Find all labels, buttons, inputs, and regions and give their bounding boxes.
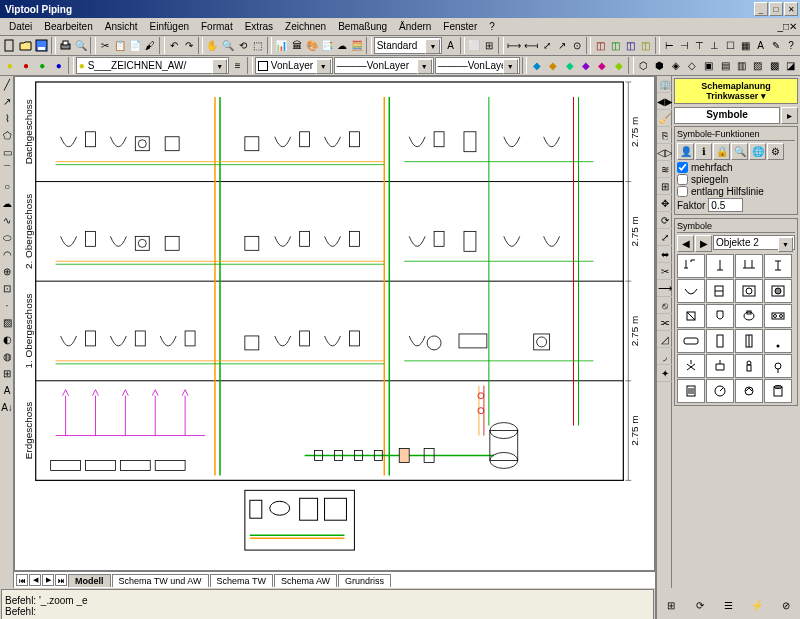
properties-icon[interactable]: 📊: [274, 37, 288, 54]
bottom-tool-3-icon[interactable]: ☰: [720, 597, 737, 614]
line-icon[interactable]: ╱: [0, 76, 14, 93]
catalog-combo[interactable]: Objekte 2: [713, 235, 795, 250]
redo-icon[interactable]: ↷: [182, 37, 196, 54]
panel-collapse-icon[interactable]: ▸: [781, 107, 798, 124]
point-icon[interactable]: ·: [0, 297, 14, 314]
sym-valve-1[interactable]: [677, 354, 705, 378]
toolpalette-icon[interactable]: 🎨: [305, 37, 319, 54]
menu-format[interactable]: Format: [195, 20, 239, 33]
bottom-tool-4-icon[interactable]: ⚡: [749, 597, 766, 614]
fn-gear-icon[interactable]: ⚙: [767, 143, 784, 160]
h6-icon[interactable]: ▦: [738, 37, 752, 54]
3d5-icon[interactable]: ▣: [701, 57, 716, 74]
v6-icon[interactable]: ◆: [611, 57, 626, 74]
tab-schema-tw[interactable]: Schema TW: [210, 574, 273, 587]
sym-drain[interactable]: [764, 354, 792, 378]
textstyle-combo[interactable]: Standard: [374, 37, 443, 54]
cut-icon[interactable]: ✂: [98, 37, 112, 54]
paste-icon[interactable]: 📄: [128, 37, 142, 54]
sym-wc-1[interactable]: [706, 279, 734, 303]
hatch-icon[interactable]: ▨: [0, 314, 14, 331]
menu-aendern[interactable]: Ändern: [393, 20, 437, 33]
chk-spiegeln[interactable]: spiegeln: [677, 174, 795, 185]
drawing-canvas[interactable]: Dachgeschoss 2. Obergeschoss 1. Obergesc…: [14, 76, 655, 571]
menu-help[interactable]: ?: [483, 20, 501, 33]
3d10-icon[interactable]: ◪: [783, 57, 798, 74]
rtool-building-icon[interactable]: 🏢: [657, 76, 672, 93]
fn-lock-icon[interactable]: 🔒: [713, 143, 730, 160]
v1-icon[interactable]: ◆: [529, 57, 544, 74]
sym-valve-2[interactable]: [706, 354, 734, 378]
undo-icon[interactable]: ↶: [167, 37, 181, 54]
sym-heater[interactable]: [677, 379, 705, 403]
linetype-combo[interactable]: ——— VonLayer: [334, 57, 434, 74]
arc-icon[interactable]: ⌒: [0, 161, 14, 178]
bottom-tool-5-icon[interactable]: ⊘: [777, 597, 794, 614]
3d8-icon[interactable]: ▨: [750, 57, 765, 74]
3d4-icon[interactable]: ◇: [685, 57, 700, 74]
rtool-extend-icon[interactable]: ⟶: [657, 280, 672, 297]
spline-icon[interactable]: ∿: [0, 212, 14, 229]
panel-title[interactable]: Schemaplanung Trinkwasser ▾: [674, 78, 798, 104]
v3-icon[interactable]: ◆: [562, 57, 577, 74]
ellipse-icon[interactable]: ⬭: [0, 229, 14, 246]
tab-schema-tw-aw[interactable]: Schema TW und AW: [112, 574, 209, 587]
sym-basin-1[interactable]: [677, 279, 705, 303]
mod1-icon[interactable]: ◫: [593, 37, 607, 54]
markup-icon[interactable]: ☁: [335, 37, 349, 54]
menu-extras[interactable]: Extras: [239, 20, 279, 33]
fn-world-icon[interactable]: 🌐: [749, 143, 766, 160]
bottom-tool-2-icon[interactable]: ⟳: [691, 597, 708, 614]
xline-icon[interactable]: ↗: [0, 93, 14, 110]
tab-prev-icon[interactable]: ◀: [29, 574, 41, 586]
restore-button[interactable]: □: [769, 2, 783, 16]
menu-bemassung[interactable]: Bemaßung: [332, 20, 393, 33]
tbl-icon[interactable]: ⊞: [0, 365, 14, 382]
pline-icon[interactable]: ⌇: [0, 110, 14, 127]
tab-schema-aw[interactable]: Schema AW: [274, 574, 337, 587]
new-icon[interactable]: [2, 37, 17, 54]
tab-modell[interactable]: Modell: [68, 574, 111, 587]
cat-next-icon[interactable]: ▶: [695, 235, 712, 252]
layer-green-icon[interactable]: ●: [35, 57, 50, 74]
mtext-icon[interactable]: A: [0, 382, 14, 399]
table-icon[interactable]: ⊞: [482, 37, 496, 54]
h5-icon[interactable]: ☐: [723, 37, 737, 54]
rtool-nav-icon[interactable]: ◀▶: [657, 93, 672, 110]
rtool-explode-icon[interactable]: ✦: [657, 365, 672, 382]
fn-person-icon[interactable]: 👤: [677, 143, 694, 160]
v4-icon[interactable]: ◆: [578, 57, 593, 74]
rtool-copy-icon[interactable]: ⎘: [657, 127, 672, 144]
menu-ansicht[interactable]: Ansicht: [99, 20, 144, 33]
polygon-icon[interactable]: ⬠: [0, 127, 14, 144]
preview-icon[interactable]: 🔍: [74, 37, 88, 54]
rtool-mirror-icon[interactable]: ◁▷: [657, 144, 672, 161]
rtool-array-icon[interactable]: ⊞: [657, 178, 672, 195]
ellipsearc-icon[interactable]: ◠: [0, 246, 14, 263]
makeblock-icon[interactable]: ⊡: [0, 280, 14, 297]
rtool-trim-icon[interactable]: ✂: [657, 263, 672, 280]
layer-yellow-icon[interactable]: ●: [2, 57, 17, 74]
faktor-input[interactable]: [708, 198, 743, 212]
tab-next-icon[interactable]: ▶: [42, 574, 54, 586]
layer-combo[interactable]: ● S___ZEICHNEN_AW/: [76, 57, 229, 74]
dim4-icon[interactable]: ↗: [555, 37, 569, 54]
sym-hydrant[interactable]: [735, 354, 763, 378]
rtool-break-icon[interactable]: ⎋: [657, 297, 672, 314]
rtool-offset-icon[interactable]: ≋: [657, 161, 672, 178]
quickcalc-icon[interactable]: 🧮: [350, 37, 364, 54]
mod2-icon[interactable]: ◫: [609, 37, 623, 54]
help-icon[interactable]: ?: [784, 37, 798, 54]
menu-zeichnen[interactable]: Zeichnen: [279, 20, 332, 33]
zoom-prev-icon[interactable]: ⟲: [236, 37, 250, 54]
region-icon[interactable]: ◍: [0, 348, 14, 365]
save-icon[interactable]: [34, 37, 49, 54]
h4-icon[interactable]: ⊥: [708, 37, 722, 54]
sym-faucet-3[interactable]: [735, 254, 763, 278]
layer-blue-icon[interactable]: ●: [51, 57, 66, 74]
menu-fenster[interactable]: Fenster: [437, 20, 483, 33]
sym-door-2[interactable]: [735, 329, 763, 353]
bottom-tool-1-icon[interactable]: ⊞: [663, 597, 680, 614]
menu-datei[interactable]: Datei: [3, 20, 38, 33]
3d1-icon[interactable]: ⬡: [636, 57, 651, 74]
